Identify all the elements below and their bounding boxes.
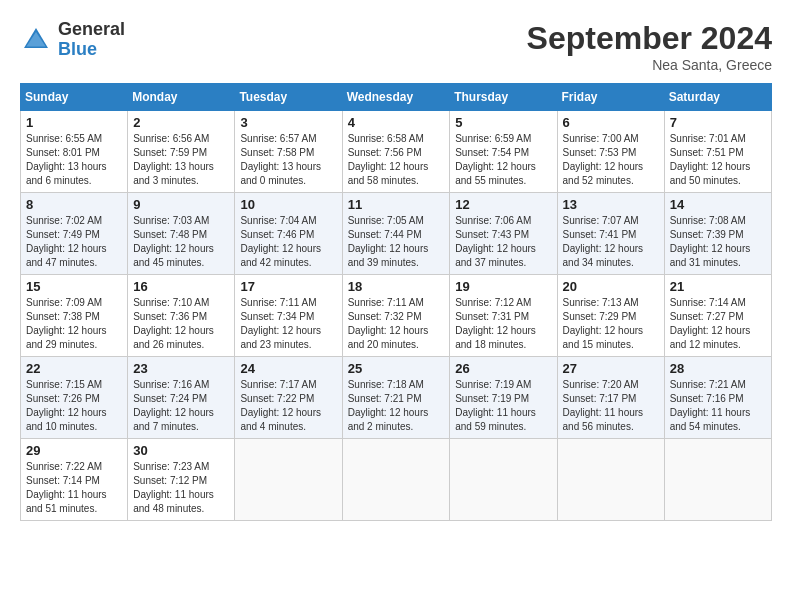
- calendar-cell: 19Sunrise: 7:12 AM Sunset: 7:31 PM Dayli…: [450, 275, 557, 357]
- logo-general: General: [58, 20, 125, 40]
- weekday-header-wednesday: Wednesday: [342, 84, 450, 111]
- day-number: 6: [563, 115, 659, 130]
- day-number: 7: [670, 115, 766, 130]
- logo: General Blue: [20, 20, 125, 60]
- calendar-cell: 17Sunrise: 7:11 AM Sunset: 7:34 PM Dayli…: [235, 275, 342, 357]
- weekday-header-sunday: Sunday: [21, 84, 128, 111]
- day-number: 16: [133, 279, 229, 294]
- calendar-cell: 20Sunrise: 7:13 AM Sunset: 7:29 PM Dayli…: [557, 275, 664, 357]
- weekday-header-thursday: Thursday: [450, 84, 557, 111]
- calendar-cell: 12Sunrise: 7:06 AM Sunset: 7:43 PM Dayli…: [450, 193, 557, 275]
- calendar-cell: [664, 439, 771, 521]
- calendar-cell: 1Sunrise: 6:55 AM Sunset: 8:01 PM Daylig…: [21, 111, 128, 193]
- calendar-cell: 30Sunrise: 7:23 AM Sunset: 7:12 PM Dayli…: [128, 439, 235, 521]
- day-info: Sunrise: 7:21 AM Sunset: 7:16 PM Dayligh…: [670, 378, 766, 434]
- title-block: September 2024 Nea Santa, Greece: [527, 20, 772, 73]
- day-number: 29: [26, 443, 122, 458]
- day-info: Sunrise: 7:18 AM Sunset: 7:21 PM Dayligh…: [348, 378, 445, 434]
- logo-icon: [20, 24, 52, 56]
- day-number: 13: [563, 197, 659, 212]
- calendar-cell: 21Sunrise: 7:14 AM Sunset: 7:27 PM Dayli…: [664, 275, 771, 357]
- day-info: Sunrise: 7:01 AM Sunset: 7:51 PM Dayligh…: [670, 132, 766, 188]
- day-number: 5: [455, 115, 551, 130]
- day-info: Sunrise: 7:04 AM Sunset: 7:46 PM Dayligh…: [240, 214, 336, 270]
- calendar-cell: 29Sunrise: 7:22 AM Sunset: 7:14 PM Dayli…: [21, 439, 128, 521]
- logo-text: General Blue: [58, 20, 125, 60]
- weekday-header-row: SundayMondayTuesdayWednesdayThursdayFrid…: [21, 84, 772, 111]
- day-number: 25: [348, 361, 445, 376]
- logo-blue: Blue: [58, 40, 125, 60]
- day-info: Sunrise: 7:07 AM Sunset: 7:41 PM Dayligh…: [563, 214, 659, 270]
- day-info: Sunrise: 7:15 AM Sunset: 7:26 PM Dayligh…: [26, 378, 122, 434]
- day-info: Sunrise: 7:12 AM Sunset: 7:31 PM Dayligh…: [455, 296, 551, 352]
- day-info: Sunrise: 7:17 AM Sunset: 7:22 PM Dayligh…: [240, 378, 336, 434]
- calendar-cell: 2Sunrise: 6:56 AM Sunset: 7:59 PM Daylig…: [128, 111, 235, 193]
- day-number: 3: [240, 115, 336, 130]
- calendar-week-row: 22Sunrise: 7:15 AM Sunset: 7:26 PM Dayli…: [21, 357, 772, 439]
- day-number: 20: [563, 279, 659, 294]
- calendar-cell: 16Sunrise: 7:10 AM Sunset: 7:36 PM Dayli…: [128, 275, 235, 357]
- day-number: 2: [133, 115, 229, 130]
- day-info: Sunrise: 6:57 AM Sunset: 7:58 PM Dayligh…: [240, 132, 336, 188]
- calendar-week-row: 15Sunrise: 7:09 AM Sunset: 7:38 PM Dayli…: [21, 275, 772, 357]
- calendar-cell: 28Sunrise: 7:21 AM Sunset: 7:16 PM Dayli…: [664, 357, 771, 439]
- day-info: Sunrise: 7:05 AM Sunset: 7:44 PM Dayligh…: [348, 214, 445, 270]
- calendar-cell: 7Sunrise: 7:01 AM Sunset: 7:51 PM Daylig…: [664, 111, 771, 193]
- calendar-cell: 9Sunrise: 7:03 AM Sunset: 7:48 PM Daylig…: [128, 193, 235, 275]
- day-number: 10: [240, 197, 336, 212]
- day-number: 28: [670, 361, 766, 376]
- day-number: 18: [348, 279, 445, 294]
- day-info: Sunrise: 6:59 AM Sunset: 7:54 PM Dayligh…: [455, 132, 551, 188]
- day-number: 23: [133, 361, 229, 376]
- calendar-week-row: 8Sunrise: 7:02 AM Sunset: 7:49 PM Daylig…: [21, 193, 772, 275]
- weekday-header-friday: Friday: [557, 84, 664, 111]
- calendar-table: SundayMondayTuesdayWednesdayThursdayFrid…: [20, 83, 772, 521]
- day-info: Sunrise: 7:11 AM Sunset: 7:32 PM Dayligh…: [348, 296, 445, 352]
- day-info: Sunrise: 6:56 AM Sunset: 7:59 PM Dayligh…: [133, 132, 229, 188]
- calendar-cell: 18Sunrise: 7:11 AM Sunset: 7:32 PM Dayli…: [342, 275, 450, 357]
- day-info: Sunrise: 7:08 AM Sunset: 7:39 PM Dayligh…: [670, 214, 766, 270]
- day-info: Sunrise: 7:14 AM Sunset: 7:27 PM Dayligh…: [670, 296, 766, 352]
- day-info: Sunrise: 7:22 AM Sunset: 7:14 PM Dayligh…: [26, 460, 122, 516]
- day-number: 12: [455, 197, 551, 212]
- calendar-cell: 13Sunrise: 7:07 AM Sunset: 7:41 PM Dayli…: [557, 193, 664, 275]
- day-info: Sunrise: 7:02 AM Sunset: 7:49 PM Dayligh…: [26, 214, 122, 270]
- calendar-cell: 6Sunrise: 7:00 AM Sunset: 7:53 PM Daylig…: [557, 111, 664, 193]
- calendar-cell: [235, 439, 342, 521]
- calendar-week-row: 1Sunrise: 6:55 AM Sunset: 8:01 PM Daylig…: [21, 111, 772, 193]
- day-number: 30: [133, 443, 229, 458]
- calendar-cell: 15Sunrise: 7:09 AM Sunset: 7:38 PM Dayli…: [21, 275, 128, 357]
- day-info: Sunrise: 7:20 AM Sunset: 7:17 PM Dayligh…: [563, 378, 659, 434]
- weekday-header-monday: Monday: [128, 84, 235, 111]
- calendar-cell: 27Sunrise: 7:20 AM Sunset: 7:17 PM Dayli…: [557, 357, 664, 439]
- day-info: Sunrise: 7:13 AM Sunset: 7:29 PM Dayligh…: [563, 296, 659, 352]
- day-number: 21: [670, 279, 766, 294]
- calendar-cell: 14Sunrise: 7:08 AM Sunset: 7:39 PM Dayli…: [664, 193, 771, 275]
- calendar-cell: 24Sunrise: 7:17 AM Sunset: 7:22 PM Dayli…: [235, 357, 342, 439]
- calendar-cell: 4Sunrise: 6:58 AM Sunset: 7:56 PM Daylig…: [342, 111, 450, 193]
- day-info: Sunrise: 7:09 AM Sunset: 7:38 PM Dayligh…: [26, 296, 122, 352]
- calendar-cell: [450, 439, 557, 521]
- day-number: 26: [455, 361, 551, 376]
- day-info: Sunrise: 7:19 AM Sunset: 7:19 PM Dayligh…: [455, 378, 551, 434]
- calendar-cell: 8Sunrise: 7:02 AM Sunset: 7:49 PM Daylig…: [21, 193, 128, 275]
- page-header: General Blue September 2024 Nea Santa, G…: [20, 20, 772, 73]
- location: Nea Santa, Greece: [527, 57, 772, 73]
- day-info: Sunrise: 7:06 AM Sunset: 7:43 PM Dayligh…: [455, 214, 551, 270]
- day-number: 4: [348, 115, 445, 130]
- day-number: 24: [240, 361, 336, 376]
- day-number: 22: [26, 361, 122, 376]
- day-info: Sunrise: 7:03 AM Sunset: 7:48 PM Dayligh…: [133, 214, 229, 270]
- calendar-cell: 22Sunrise: 7:15 AM Sunset: 7:26 PM Dayli…: [21, 357, 128, 439]
- day-number: 14: [670, 197, 766, 212]
- calendar-cell: 5Sunrise: 6:59 AM Sunset: 7:54 PM Daylig…: [450, 111, 557, 193]
- day-number: 17: [240, 279, 336, 294]
- day-number: 15: [26, 279, 122, 294]
- calendar-cell: 10Sunrise: 7:04 AM Sunset: 7:46 PM Dayli…: [235, 193, 342, 275]
- day-number: 1: [26, 115, 122, 130]
- day-info: Sunrise: 6:55 AM Sunset: 8:01 PM Dayligh…: [26, 132, 122, 188]
- day-info: Sunrise: 6:58 AM Sunset: 7:56 PM Dayligh…: [348, 132, 445, 188]
- day-number: 8: [26, 197, 122, 212]
- month-title: September 2024: [527, 20, 772, 57]
- calendar-cell: 23Sunrise: 7:16 AM Sunset: 7:24 PM Dayli…: [128, 357, 235, 439]
